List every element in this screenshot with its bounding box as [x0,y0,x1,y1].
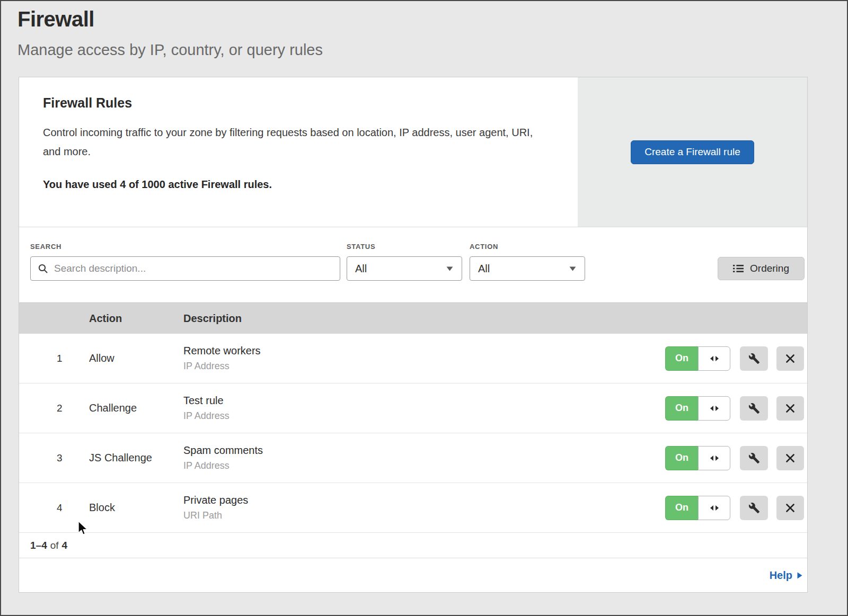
x-icon [786,504,794,512]
rule-match-type: IP Address [183,361,665,372]
rule-match-type: IP Address [183,410,665,422]
action-filter-group: ACTION All [470,243,585,281]
rules-intro-section: Firewall Rules Control incoming traffic … [19,77,807,227]
rule-enabled-toggle[interactable]: On [665,396,730,421]
rule-priority: 2 [19,403,89,414]
pagination-range: 1–4 [30,540,47,551]
table-row: 3 JS Challenge Spam comments IP Address … [19,433,807,483]
filter-bar: SEARCH STATUS All [19,227,807,302]
action-select[interactable]: All [470,256,585,281]
delete-rule-button[interactable] [776,346,804,371]
rule-action: JS Challenge [89,452,183,464]
search-filter-group: SEARCH [30,243,340,281]
toggle-drag-handle[interactable] [698,446,730,470]
rule-action: Block [89,502,183,514]
table-row: 1 Allow Remote workers IP Address On [19,334,807,383]
rule-description-cell: Spam comments IP Address [183,444,665,471]
rule-enabled-toggle[interactable]: On [665,446,730,470]
page-header: Firewall Manage access by IP, country, o… [1,1,847,59]
rule-description: Remote workers [183,345,665,357]
edit-rule-button[interactable] [740,496,768,520]
table-row: 2 Challenge Test rule IP Address On [19,383,807,433]
rule-match-type: IP Address [183,460,665,471]
action-label: ACTION [470,243,585,251]
toggle-drag-handle[interactable] [698,346,730,371]
rule-description-cell: Test rule IP Address [183,395,665,422]
search-label: SEARCH [30,243,340,251]
rule-description: Test rule [183,395,665,407]
status-select[interactable]: All [347,256,462,281]
pagination-total: 4 [62,540,68,551]
card-footer: Help [19,558,807,592]
chevron-down-icon [446,266,453,271]
pagination: 1–4 of 4 [19,533,807,558]
toggle-drag-handle[interactable] [698,396,730,421]
triangle-right-icon [797,572,802,579]
rule-action: Challenge [89,402,183,414]
ordering-button[interactable]: Ordering [718,257,805,280]
rules-description: Control incoming traffic to your zone by… [43,123,546,161]
x-icon [786,454,794,462]
search-input[interactable] [30,256,340,281]
left-right-arrows-icon [709,505,720,511]
rule-match-type: URI Path [183,510,665,521]
help-link-label: Help [770,569,792,582]
ordered-list-icon [733,264,744,273]
rule-controls: On [665,496,804,520]
toggle-on-label: On [665,346,698,371]
action-select-value: All [478,263,490,275]
firewall-rules-card: Firewall Rules Control incoming traffic … [19,77,808,593]
search-icon [38,264,48,273]
status-label: STATUS [347,243,462,251]
rules-usage-count: You have used 4 of 1000 active Firewall … [43,178,556,191]
rule-enabled-toggle[interactable]: On [665,346,730,371]
status-select-value: All [355,263,367,275]
rule-controls: On [665,346,804,371]
rules-title: Firewall Rules [43,95,556,111]
delete-rule-button[interactable] [776,446,804,470]
wrench-icon [748,403,760,414]
firewall-page: Firewall Manage access by IP, country, o… [0,0,848,616]
rule-controls: On [665,446,804,470]
rule-description-cell: Private pages URI Path [183,494,665,521]
wrench-icon [748,502,760,514]
rule-description: Private pages [183,494,665,506]
rule-description-cell: Remote workers IP Address [183,345,665,372]
left-right-arrows-icon [709,405,720,412]
left-right-arrows-icon [709,455,720,461]
toggle-on-label: On [665,446,698,470]
wrench-icon [748,452,760,464]
edit-rule-button[interactable] [740,346,768,371]
wrench-icon [748,353,760,364]
create-rule-panel: Create a Firewall rule [578,77,807,227]
x-icon [786,354,794,363]
search-input-wrap [30,256,340,281]
pagination-of: of [50,540,59,551]
ordering-button-label: Ordering [750,263,789,274]
left-right-arrows-icon [709,355,720,362]
action-column-header: Action [89,313,183,325]
table-header: Action Description [19,302,807,334]
page-title: Firewall [17,6,806,32]
help-link[interactable]: Help [770,569,802,582]
edit-rule-button[interactable] [740,396,768,421]
x-icon [786,404,794,413]
delete-rule-button[interactable] [776,396,804,421]
delete-rule-button[interactable] [776,496,804,520]
toggle-drag-handle[interactable] [698,496,730,520]
toggle-on-label: On [665,396,698,421]
rule-priority: 4 [19,502,89,514]
create-firewall-rule-button[interactable]: Create a Firewall rule [631,140,754,164]
page-subtitle: Manage access by IP, country, or query r… [17,40,806,59]
status-filter-group: STATUS All [347,243,462,281]
toggle-on-label: On [665,496,698,520]
rule-enabled-toggle[interactable]: On [665,496,730,520]
rule-priority: 1 [19,353,89,364]
rule-description: Spam comments [183,444,665,457]
rules-intro-text: Firewall Rules Control incoming traffic … [19,77,578,227]
rule-controls: On [665,396,804,421]
table-row: 4 Block Private pages URI Path On [19,483,807,533]
chevron-down-icon [569,266,576,271]
description-column-header: Description [183,313,807,325]
edit-rule-button[interactable] [740,446,768,470]
